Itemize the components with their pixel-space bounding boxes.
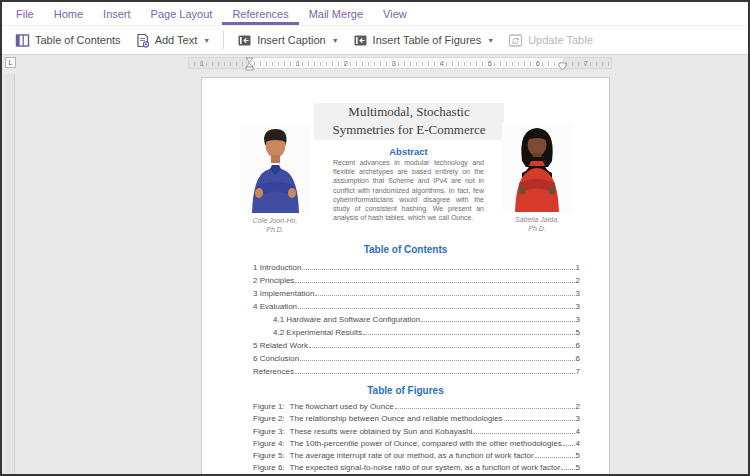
document-page[interactable]: Multimodal, Stochastic Symmetries for E-… bbox=[201, 77, 610, 474]
abstract-heading[interactable]: Abstract bbox=[333, 146, 484, 157]
dot-leader bbox=[309, 347, 575, 348]
tab-mail-merge[interactable]: Mail Merge bbox=[299, 2, 373, 25]
tof-entry[interactable]: Figure 4: The 10th-percentile power of O… bbox=[253, 436, 580, 448]
title-line-2: Symmetries for E-Commerce bbox=[314, 121, 504, 139]
tof-entry[interactable]: Figure 5: The average interrupt rate of … bbox=[253, 448, 580, 460]
dot-leader bbox=[298, 308, 575, 309]
right-indent-marker[interactable] bbox=[558, 62, 567, 71]
dot-leader bbox=[295, 373, 575, 374]
author-name-right: Sabella Jaida, bbox=[494, 216, 580, 225]
woman-red-sweater-photo[interactable] bbox=[502, 123, 572, 213]
toc-entry-page: 2 bbox=[576, 276, 580, 285]
add-text-label: Add Text bbox=[155, 34, 198, 46]
abstract-text[interactable]: Recent advances in modular technology an… bbox=[333, 158, 484, 222]
table-of-figures[interactable]: Figure 1: The flowchart used by Ounce 2 … bbox=[253, 399, 580, 472]
ribbon-tab-bar: File Home Insert Page Layout References … bbox=[2, 2, 748, 26]
tof-entry-number: Figure 4: bbox=[253, 439, 285, 448]
table-of-contents-label: Table of Contents bbox=[35, 34, 121, 46]
table-of-contents[interactable]: 1 Introduction 1 2 Principles 2 3 Implem… bbox=[253, 259, 580, 376]
word-processor-window: File Home Insert Page Layout References … bbox=[0, 0, 750, 476]
author-degree-right: Ph.D. bbox=[494, 225, 580, 234]
toc-entry[interactable]: References 7 bbox=[253, 363, 580, 376]
tof-entry-number: Figure 1: bbox=[253, 402, 285, 411]
document-title[interactable]: Multimodal, Stochastic Symmetries for E-… bbox=[314, 103, 504, 140]
toc-entry[interactable]: 5 Related Work 6 bbox=[253, 337, 580, 350]
tof-entry-number: Figure 5: bbox=[253, 451, 285, 460]
toc-entry[interactable]: 3 Implementation 3 bbox=[253, 285, 580, 298]
insert-caption-button[interactable]: Insert Caption ▼ bbox=[230, 28, 345, 53]
toc-entry[interactable]: 4 Evaluation 3 bbox=[253, 298, 580, 311]
dot-leader bbox=[395, 408, 575, 409]
dot-leader bbox=[504, 420, 575, 421]
tof-entry-page: 2 bbox=[576, 402, 580, 411]
ruler-number: 1 bbox=[296, 59, 300, 69]
dot-leader bbox=[302, 269, 574, 270]
tab-view[interactable]: View bbox=[373, 2, 417, 25]
document-area: Multimodal, Stochastic Symmetries for E-… bbox=[2, 74, 748, 474]
vertical-ruler[interactable] bbox=[5, 74, 15, 474]
tof-entry-number: Figure 6: bbox=[253, 463, 285, 472]
man-blue-shirt-photo[interactable] bbox=[240, 124, 311, 214]
dot-leader bbox=[535, 457, 575, 458]
dot-leader bbox=[295, 282, 574, 283]
dot-leader bbox=[473, 433, 574, 434]
update-table-button[interactable]: Update Table bbox=[501, 28, 600, 53]
title-line-1: Multimodal, Stochastic bbox=[314, 103, 504, 121]
tof-heading[interactable]: Table of Figures bbox=[202, 385, 609, 396]
tab-home[interactable]: Home bbox=[44, 2, 93, 25]
toc-entry-page: 3 bbox=[576, 289, 580, 298]
add-text-button[interactable]: Add Text ▼ bbox=[128, 28, 218, 53]
tab-references[interactable]: References bbox=[222, 2, 298, 25]
tof-entry-label: The 10th-percentile power of Ounce, comp… bbox=[290, 439, 562, 448]
add-text-icon bbox=[135, 33, 150, 48]
update-table-label: Update Table bbox=[528, 34, 593, 46]
toc-entry-page: 6 bbox=[576, 341, 580, 350]
author-name-left: Cole Joon-Ho, bbox=[230, 217, 320, 226]
ruler-region: L 1 1 2 3 4 5 6 7 bbox=[2, 55, 748, 73]
tof-entry-label: The flowchart used by Ounce bbox=[290, 402, 394, 411]
table-of-contents-button[interactable]: Table of Contents bbox=[8, 28, 128, 53]
caret-down-icon: ▼ bbox=[203, 37, 210, 44]
insert-table-of-figures-icon bbox=[353, 33, 368, 48]
tof-entry-page: 3 bbox=[576, 414, 580, 423]
dot-leader bbox=[421, 321, 574, 322]
ruler-number: 1 bbox=[200, 59, 204, 69]
left-indent-marker[interactable] bbox=[245, 57, 254, 71]
insert-table-of-figures-button[interactable]: Insert Table of Figures ▼ bbox=[346, 28, 502, 53]
toc-entry[interactable]: 4.1 Hardware and Software Configuration … bbox=[253, 311, 580, 324]
toc-entry[interactable]: 4.2 Experimental Results 5 bbox=[253, 324, 580, 337]
references-toolbar: Table of Contents Add Text ▼ Insert Capt… bbox=[2, 26, 748, 55]
tof-entry[interactable]: Figure 2: The relationship between Ounce… bbox=[253, 411, 580, 423]
tof-entry-page: 5 bbox=[576, 463, 580, 472]
tof-entry-number: Figure 2: bbox=[253, 414, 285, 423]
tab-insert[interactable]: Insert bbox=[93, 2, 141, 25]
toc-heading[interactable]: Table of Contents bbox=[202, 244, 609, 255]
toc-entry-label: 2 Principles bbox=[253, 276, 294, 285]
toc-entry-label: 4 Evaluation bbox=[253, 302, 297, 311]
toc-entry-page: 3 bbox=[576, 302, 580, 311]
author-degree-left: Ph.D. bbox=[230, 226, 320, 235]
tof-entry[interactable]: Figure 1: The flowchart used by Ounce 2 bbox=[253, 399, 580, 411]
author-caption-left[interactable]: Cole Joon-Ho, Ph.D. bbox=[230, 217, 320, 234]
horizontal-ruler[interactable]: 1 1 2 3 4 5 6 7 bbox=[188, 57, 612, 69]
toc-entry[interactable]: 2 Principles 2 bbox=[253, 272, 580, 285]
tab-file[interactable]: File bbox=[6, 2, 44, 25]
toc-entry-page: 3 bbox=[576, 315, 580, 324]
author-caption-right[interactable]: Sabella Jaida, Ph.D. bbox=[494, 216, 580, 233]
tof-entry-page: 4 bbox=[576, 439, 580, 448]
ruler-number: 4 bbox=[440, 59, 444, 69]
ruler-number: 3 bbox=[392, 59, 396, 69]
toc-entry-page: 7 bbox=[576, 367, 580, 376]
insert-caption-label: Insert Caption bbox=[257, 34, 325, 46]
toc-entry[interactable]: 6 Conclusion 6 bbox=[253, 350, 580, 363]
toc-entry[interactable]: 1 Introduction 1 bbox=[253, 259, 580, 272]
tof-entry[interactable]: Figure 6: The expected signal-to-noise r… bbox=[253, 460, 580, 472]
dot-leader bbox=[363, 334, 575, 335]
tab-page-layout[interactable]: Page Layout bbox=[141, 2, 223, 25]
tof-entry-label: The average interrupt rate of our method… bbox=[290, 451, 534, 460]
dot-leader bbox=[300, 360, 574, 361]
tof-entry-page: 5 bbox=[576, 451, 580, 460]
tab-stop-selector[interactable]: L bbox=[5, 57, 16, 68]
dot-leader bbox=[315, 295, 574, 296]
tof-entry[interactable]: Figure 3: These results were obtained by… bbox=[253, 423, 580, 435]
